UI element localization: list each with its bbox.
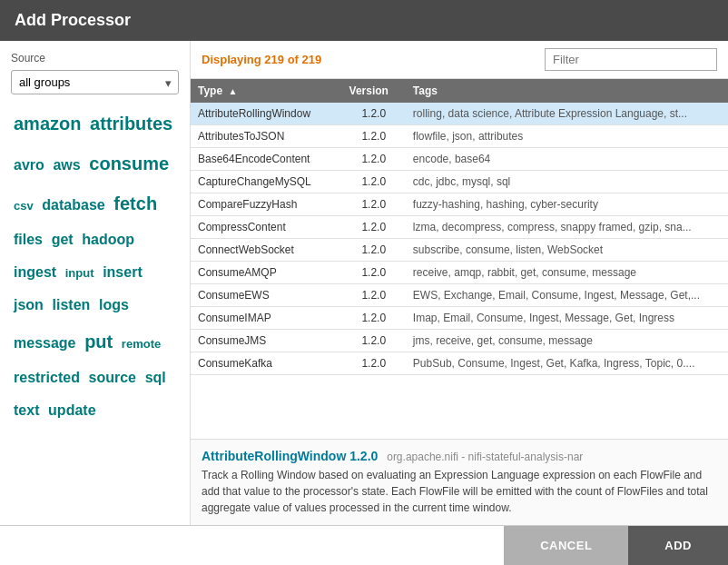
tag-database[interactable]: database	[42, 191, 104, 220]
detail-nar: org.apache.nifi - nifi-stateful-analysis…	[387, 451, 583, 463]
dialog-footer: CANCEL ADD	[0, 525, 728, 565]
detail-description: Track a Rolling Window based on evaluati…	[202, 467, 717, 516]
dialog-title: Add Processor	[15, 11, 131, 29]
detail-processor-name: AttributeRollingWindow 1.2.0	[202, 449, 378, 463]
table-row[interactable]: ConsumeJMS1.2.0jms, receive, get, consum…	[191, 330, 728, 352]
tag-attributes[interactable]: attributes	[90, 105, 172, 142]
tag-hadoop[interactable]: hadoop	[82, 225, 134, 254]
processor-table-wrap: Type ▲ Version Tags AttributeRollingWind…	[191, 79, 728, 439]
tag-get[interactable]: get	[52, 225, 74, 254]
displaying-count: Displaying 219 of 219	[202, 53, 321, 66]
column-type[interactable]: Type ▲	[191, 79, 342, 103]
tag-restricted[interactable]: restricted	[14, 363, 80, 392]
source-select-wrap: all groups ▾	[11, 70, 179, 94]
tag-files[interactable]: files	[14, 225, 43, 254]
table-row[interactable]: ConsumeIMAP1.2.0Imap, Email, Consume, In…	[191, 307, 728, 330]
cell-type-3: CaptureChangeMySQL	[191, 171, 342, 193]
table-row[interactable]: CompareFuzzyHash1.2.0fuzzy-hashing, hash…	[191, 193, 728, 216]
tag-logs[interactable]: logs	[99, 291, 129, 320]
cell-type-1: AttributesToJSON	[191, 125, 342, 148]
dialog-header: Add Processor	[0, 0, 728, 41]
table-row[interactable]: ConnectWebSocket1.2.0subscribe, consume,…	[191, 239, 728, 262]
cell-type-2: Base64EncodeContent	[191, 148, 342, 171]
table-row[interactable]: ConsumeEWS1.2.0EWS, Exchange, Email, Con…	[191, 284, 728, 307]
cell-version-5: 1.2.0	[342, 216, 406, 239]
tag-remote[interactable]: remote	[122, 332, 161, 356]
tag-csv[interactable]: csv	[14, 194, 34, 218]
cell-tags-6: subscribe, consume, listen, WebSocket	[406, 239, 728, 262]
tag-insert[interactable]: insert	[103, 258, 143, 287]
cell-version-9: 1.2.0	[342, 307, 406, 330]
cell-type-10: ConsumeJMS	[191, 330, 342, 352]
tag-listen[interactable]: listen	[53, 291, 91, 320]
tag-ingest[interactable]: ingest	[14, 258, 56, 287]
table-row[interactable]: CompressContent1.2.0lzma, decompress, co…	[191, 216, 728, 239]
cancel-button[interactable]: CANCEL	[504, 526, 628, 565]
tag-update[interactable]: update	[48, 396, 95, 425]
cell-tags-3: cdc, jdbc, mysql, sql	[406, 171, 728, 193]
processor-table: Type ▲ Version Tags AttributeRollingWind…	[191, 79, 728, 375]
table-row[interactable]: Base64EncodeContent1.2.0encode, base64	[191, 148, 728, 171]
tag-input[interactable]: input	[65, 262, 94, 285]
detail-panel: AttributeRollingWindow 1.2.0 org.apache.…	[191, 439, 728, 525]
cell-type-9: ConsumeIMAP	[191, 307, 342, 330]
cell-tags-11: PubSub, Consume, Ingest, Get, Kafka, Ing…	[406, 352, 728, 375]
column-version: Version	[342, 79, 406, 103]
cell-type-6: ConnectWebSocket	[191, 239, 342, 262]
cell-tags-4: fuzzy-hashing, hashing, cyber-security	[406, 193, 728, 216]
cell-version-1: 1.2.0	[342, 125, 406, 148]
tag-fetch[interactable]: fetch	[113, 185, 157, 222]
cell-tags-2: encode, base64	[406, 148, 728, 171]
cell-tags-5: lzma, decompress, compress, snappy frame…	[406, 216, 728, 239]
tag-avro[interactable]: avro	[14, 151, 44, 180]
cell-type-7: ConsumeAMQP	[191, 262, 342, 284]
table-row[interactable]: ConsumeAMQP1.2.0receive, amqp, rabbit, g…	[191, 262, 728, 284]
cell-tags-9: Imap, Email, Consume, Ingest, Message, G…	[406, 307, 728, 330]
tag-message[interactable]: message	[14, 329, 76, 358]
cell-version-10: 1.2.0	[342, 330, 406, 352]
cell-tags-0: rolling, data science, Attribute Express…	[406, 103, 728, 125]
cell-version-0: 1.2.0	[342, 103, 406, 125]
source-select[interactable]: all groups	[11, 70, 179, 94]
filter-input[interactable]	[545, 48, 717, 71]
cell-tags-7: receive, amqp, rabbit, get, consume, mes…	[406, 262, 728, 284]
table-row[interactable]: AttributesToJSON1.2.0flowfile, json, att…	[191, 125, 728, 148]
cell-type-11: ConsumeKafka	[191, 352, 342, 375]
tag-json[interactable]: json	[14, 291, 44, 320]
column-tags: Tags	[406, 79, 728, 103]
cell-type-4: CompareFuzzyHash	[191, 193, 342, 216]
tag-amazon[interactable]: amazon	[14, 105, 81, 142]
main-top: Displaying 219 of 219	[191, 41, 728, 79]
tag-put[interactable]: put	[84, 323, 113, 360]
add-processor-dialog: Add Processor Source all groups ▾ amazon…	[0, 0, 728, 565]
add-button[interactable]: ADD	[628, 526, 728, 565]
source-label: Source	[11, 52, 179, 64]
cell-tags-10: jms, receive, get, consume, message	[406, 330, 728, 352]
cell-version-3: 1.2.0	[342, 171, 406, 193]
tag-text[interactable]: text	[14, 396, 39, 425]
cell-version-7: 1.2.0	[342, 262, 406, 284]
cell-tags-1: flowfile, json, attributes	[406, 125, 728, 148]
cell-type-0: AttributeRollingWindow	[191, 103, 342, 125]
cell-tags-8: EWS, Exchange, Email, Consume, Ingest, M…	[406, 284, 728, 307]
tag-sql[interactable]: sql	[145, 363, 166, 392]
sidebar: Source all groups ▾ amazon attributes av…	[0, 41, 191, 525]
cell-version-8: 1.2.0	[342, 284, 406, 307]
tag-aws[interactable]: aws	[53, 151, 80, 180]
table-row[interactable]: ConsumeKafka1.2.0PubSub, Consume, Ingest…	[191, 352, 728, 375]
table-body: AttributeRollingWindow1.2.0rolling, data…	[191, 103, 728, 375]
tag-source[interactable]: source	[89, 363, 136, 392]
cell-type-8: ConsumeEWS	[191, 284, 342, 307]
table-header-row: Type ▲ Version Tags	[191, 79, 728, 103]
tag-cloud: amazon attributes avro aws consume csv d…	[11, 104, 179, 427]
cell-type-5: CompressContent	[191, 216, 342, 239]
cell-version-4: 1.2.0	[342, 193, 406, 216]
cell-version-6: 1.2.0	[342, 239, 406, 262]
table-row[interactable]: CaptureChangeMySQL1.2.0cdc, jdbc, mysql,…	[191, 171, 728, 193]
cell-version-11: 1.2.0	[342, 352, 406, 375]
cell-version-2: 1.2.0	[342, 148, 406, 171]
tag-consume[interactable]: consume	[89, 145, 169, 182]
table-row[interactable]: AttributeRollingWindow1.2.0rolling, data…	[191, 103, 728, 125]
main-panel: Displaying 219 of 219 Type ▲ Version Tag…	[191, 41, 728, 525]
dialog-body: Source all groups ▾ amazon attributes av…	[0, 41, 728, 525]
